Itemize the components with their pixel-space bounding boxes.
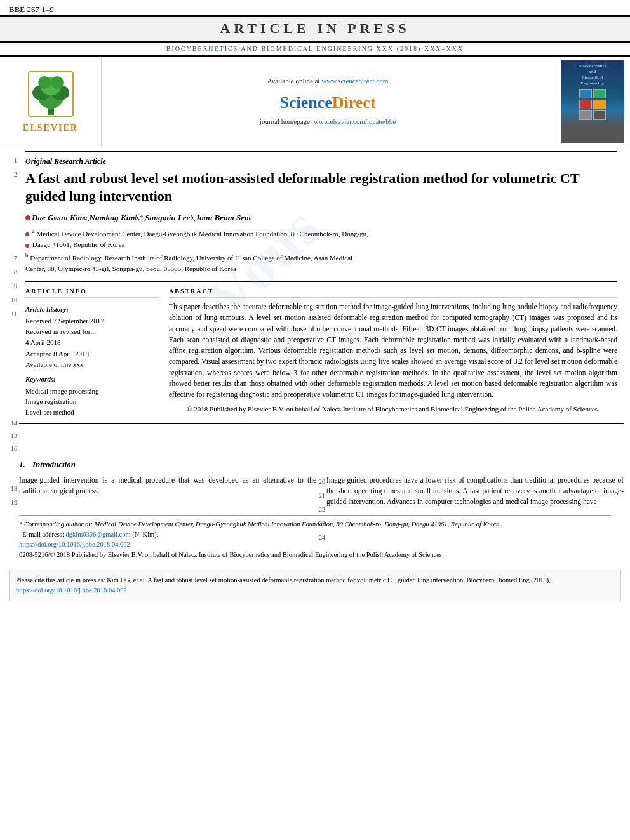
header-top: BBE 267 1–9 [0, 0, 630, 15]
abstract-col: ABSTRACT This paper describes the accura… [169, 287, 617, 417]
elsevier-brand: ELSEVIER [23, 122, 78, 135]
journal-homepage-link[interactable]: www.elsevier.com/locate/bbe [314, 117, 396, 125]
citation-area: Please cite this article in press as: Ki… [0, 559, 630, 608]
sciencedirect-url-link[interactable]: www.sciencedirect.com [321, 77, 388, 84]
abstract-text: This paper describes the accurate deform… [169, 302, 617, 400]
article-section-type: Original Research Article [25, 156, 617, 167]
available-online-text: Available online at www.sciencedirect.co… [267, 76, 389, 86]
affil-dot-a2 [25, 244, 29, 248]
journal-cover-image: BiocyberneticsandBiomedicalEngineering [561, 60, 624, 143]
authors-line: Dae Gwan Kim a, Namkug Kim b,*, Sangmin … [25, 212, 617, 223]
revised-label: Received in revised form [25, 327, 159, 337]
article-history-label: Article history: [25, 305, 159, 314]
citation-box: Please cite this article in press as: Ki… [9, 570, 621, 601]
author-2-sup: b,* [135, 213, 143, 222]
line-numbers-col: 1 2 7 8 9 10 11 [6, 152, 19, 417]
citation-doi-link[interactable]: https://doi.org/10.1016/j.bbe.2018.04.00… [16, 587, 127, 594]
author-3-name: Sangmin Lee [145, 212, 190, 223]
elsevier-tree-icon [25, 69, 76, 119]
affiliation-b: b Department of Radiology, Research Inst… [25, 251, 617, 263]
affiliation-a-line2: Daegu 41061, Republic of Korea [25, 240, 617, 250]
affiliation-b-line2: Center, 88, Olympic-ro 43-gil, Songpa-gu… [25, 264, 617, 274]
revised-date: 4 April 2018 [25, 338, 159, 347]
affiliation-a: a Medical Device Development Center, Dae… [25, 227, 617, 239]
journal-cover-section: BiocyberneticsandBiomedicalEngineering [554, 57, 630, 147]
journal-center: Available online at www.sciencedirect.co… [102, 57, 554, 147]
intro-right-text: Image-guided procedures have a lower ris… [326, 475, 624, 508]
elsevier-logo-section: ELSEVIER [0, 57, 102, 147]
keywords-heading: Keywords: [25, 375, 159, 384]
journal-header: ELSEVIER Available online at www.science… [0, 55, 630, 147]
doi-link[interactable]: https://doi.org/10.1016/j.bbe.2018.04.00… [19, 541, 130, 548]
keyword-3: Level-set method [25, 407, 159, 418]
issn-note: 0208-5216/© 2018 Published by Elsevier B… [19, 550, 611, 560]
article-ref: BBE 267 1–9 [9, 4, 54, 15]
keyword-2: Image registration [25, 396, 159, 407]
abstract-heading: ABSTRACT [169, 287, 617, 298]
introduction-section: 18 19 1. Introduction Image-guided inter… [0, 455, 630, 510]
article-info-col: ARTICLE INFO Article history: Received 7… [25, 287, 159, 417]
article-title: A fast and robust level set motion-assis… [25, 170, 617, 206]
journal-bar: BIOCYBERNETICS AND BIOMEDICAL ENGINEERIN… [0, 43, 630, 55]
article-info-heading: ARTICLE INFO [25, 287, 159, 298]
affil-dot-a [25, 232, 29, 236]
journal-cover-title: BiocyberneticsandBiomedicalEngineering [579, 63, 607, 86]
author-dot-1 [25, 215, 30, 220]
abstract-copyright: © 2018 Published by Elsevier B.V. on beh… [169, 404, 617, 415]
article-main: Original Research Article A fast and rob… [19, 147, 624, 417]
author-4-name: Joon Beom Seo [196, 212, 249, 223]
svg-point-6 [51, 76, 64, 89]
author-4-sup: b [248, 213, 251, 222]
intro-section-heading: 1. Introduction [19, 459, 316, 470]
available-online: Available online xxx [25, 360, 159, 370]
journal-cover-images [579, 89, 606, 120]
author-2-name: Namkug Kim [90, 212, 135, 223]
email-link[interactable]: dgkim0306@gmail.com [65, 531, 130, 538]
received-date: Received 7 September 2017 [25, 316, 159, 326]
journal-homepage: journal homepage: www.elsevier.com/locat… [260, 117, 396, 126]
article-info-abstract: ARTICLE INFO Article history: Received 7… [25, 281, 617, 417]
article-in-press-banner: ARTICLE IN PRESS [0, 15, 630, 43]
svg-point-5 [38, 76, 51, 89]
keyword-1: Medical image processing [25, 386, 159, 397]
accepted-date: Accepted 8 April 2018 [25, 349, 159, 359]
sciencedirect-brand: ScienceDirect [279, 91, 375, 114]
intro-left-text: Image-guided intervention is a medical p… [19, 475, 316, 497]
author-1-name: Dae Gwan Kim [32, 212, 84, 223]
